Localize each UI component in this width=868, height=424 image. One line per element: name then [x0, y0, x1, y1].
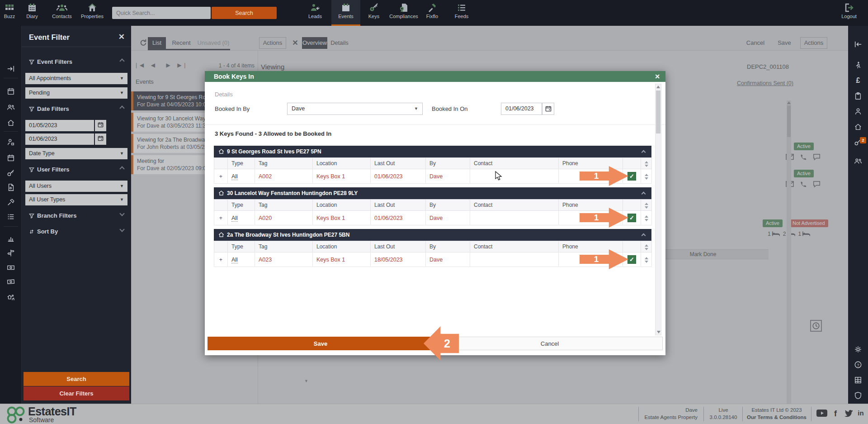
rail-hammer-icon[interactable] [7, 198, 15, 206]
collapse-section-icon[interactable] [642, 150, 646, 155]
rail-list-icon[interactable] [7, 213, 15, 221]
spin-down-icon[interactable] [645, 219, 648, 221]
date-to-input[interactable]: 01/06/2023 [25, 133, 94, 145]
collapse-section-icon[interactable] [642, 192, 646, 196]
spin-down-icon[interactable] [645, 248, 648, 250]
expand-panel-icon[interactable] [7, 65, 15, 73]
spin-up-icon[interactable] [645, 161, 648, 163]
people-icon[interactable] [854, 157, 862, 165]
key-contact[interactable] [470, 252, 559, 267]
spin-down-icon[interactable] [645, 177, 648, 180]
close-filter-panel-icon[interactable]: ✕ [118, 32, 125, 42]
gear-icon[interactable] [854, 345, 862, 353]
filter-search-button[interactable]: Search [24, 372, 129, 386]
date-from-input[interactable]: 01/05/2023 [25, 120, 94, 131]
expand-row-button[interactable]: + [214, 169, 228, 184]
date-type-dropdown[interactable]: Date Type▼ [25, 148, 127, 159]
book-in-checkbox[interactable]: ✓ [627, 255, 636, 264]
scrollbar-thumb[interactable] [656, 91, 660, 133]
booked-in-on-input[interactable]: 01/06/2023 [501, 103, 542, 115]
date-to-calendar-button[interactable] [95, 133, 106, 145]
key-type-link[interactable]: All [231, 173, 238, 180]
footer-terms-link[interactable]: Our Terms & Conditions [746, 414, 807, 421]
linkedin-icon[interactable]: in [855, 409, 866, 419]
rail-key-icon[interactable] [7, 169, 15, 177]
home-icon[interactable] [854, 123, 862, 131]
rail-people-icon[interactable] [7, 103, 15, 111]
nav-leads[interactable]: Leads [303, 0, 327, 26]
booked-in-by-select[interactable]: Dave▼ [287, 103, 423, 115]
nav-buzz[interactable]: Buzz [1, 0, 18, 26]
spin-up-icon[interactable] [645, 174, 648, 176]
book-in-checkbox[interactable]: ✓ [627, 214, 636, 222]
key-contact[interactable] [470, 169, 559, 184]
sort-by-section-header[interactable]: Sort By [29, 228, 124, 237]
spin-up-icon[interactable] [645, 203, 648, 205]
person-icon[interactable] [854, 107, 862, 115]
rail-events-icon[interactable] [7, 154, 15, 162]
rail-cash-icon[interactable] [7, 263, 15, 272]
help-icon[interactable]: ? [854, 361, 862, 369]
grid-icon[interactable] [854, 376, 862, 384]
collapse-panel-icon[interactable] [854, 40, 862, 48]
nav-diary[interactable]: Diary [22, 0, 42, 26]
facebook-icon[interactable]: f [830, 409, 841, 419]
rail-home-icon[interactable] [7, 119, 15, 127]
expand-row-button[interactable]: + [214, 211, 228, 225]
nav-keys[interactable]: Keys [363, 0, 385, 26]
nav-properties[interactable]: Properties [78, 0, 107, 26]
appointments-dropdown[interactable]: All Appointments▼ [25, 73, 127, 84]
modal-save-button[interactable]: Save [208, 337, 434, 350]
status-dropdown[interactable]: Pending▼ [25, 87, 127, 99]
spin-up-icon[interactable] [645, 215, 648, 218]
spin-up-icon[interactable] [645, 244, 648, 247]
nav-compliances[interactable]: Compliances [386, 0, 421, 26]
rail-signpost-icon[interactable] [7, 249, 15, 257]
pound-icon[interactable]: £ [854, 76, 862, 85]
modal-cancel-button[interactable]: Cancel [437, 337, 663, 350]
scroll-down-icon[interactable] [657, 331, 660, 333]
divider [22, 47, 131, 47]
quick-search-button[interactable]: Search [212, 7, 277, 19]
user-filters-section-header[interactable]: User Filters [29, 166, 124, 175]
date-from-calendar-button[interactable] [95, 120, 106, 131]
key-type-link[interactable]: All [231, 257, 238, 263]
rail-lettings-icon[interactable] [7, 293, 15, 301]
spin-down-icon[interactable] [645, 165, 648, 167]
rail-payments-icon[interactable] [7, 278, 15, 286]
scroll-up-icon[interactable] [656, 86, 660, 88]
rail-calendar-icon[interactable] [7, 87, 15, 95]
nav-contacts[interactable]: Contacts [47, 0, 77, 26]
col-last-out: Last Out [371, 158, 426, 169]
users-dropdown[interactable]: All Users▼ [25, 181, 127, 192]
nav-logout[interactable]: Logout [837, 0, 861, 26]
expand-row-button[interactable]: + [214, 252, 228, 267]
key-contact[interactable] [470, 211, 559, 225]
clipboard-icon[interactable] [854, 92, 862, 100]
twitter-icon[interactable] [843, 409, 854, 419]
rail-compliance-icon[interactable] [7, 183, 15, 191]
book-in-checkbox[interactable]: ✓ [627, 172, 636, 181]
rail-leads-icon[interactable] [7, 138, 15, 146]
booked-in-on-calendar-button[interactable] [542, 103, 554, 115]
branch-filters-section-header[interactable]: Branch Filters [29, 212, 124, 221]
nav-feeds[interactable]: Feeds [450, 0, 473, 26]
modal-scrollbar[interactable] [655, 84, 661, 335]
spin-down-icon[interactable] [645, 261, 648, 263]
youtube-icon[interactable] [816, 409, 827, 419]
nav-events[interactable]: Events [331, 0, 360, 26]
shield-icon[interactable] [854, 391, 862, 400]
rail-chart-icon[interactable] [7, 234, 15, 243]
quick-search-input[interactable] [112, 7, 211, 19]
key-type-link[interactable]: All [231, 215, 238, 222]
spin-up-icon[interactable] [645, 257, 648, 259]
applicant-walk-icon[interactable] [854, 61, 862, 69]
spin-down-icon[interactable] [645, 206, 648, 209]
nav-fixflo[interactable]: Fixflo [421, 0, 443, 26]
user-types-dropdown[interactable]: All User Types▼ [25, 194, 127, 205]
collapse-section-icon[interactable] [642, 233, 646, 238]
date-filters-section-header[interactable]: Date Filters [29, 105, 124, 114]
modal-close-icon[interactable]: ✕ [655, 71, 660, 82]
event-filters-section-header[interactable]: Event Filters [29, 58, 124, 67]
clear-filters-button[interactable]: Clear Filters [24, 386, 129, 400]
